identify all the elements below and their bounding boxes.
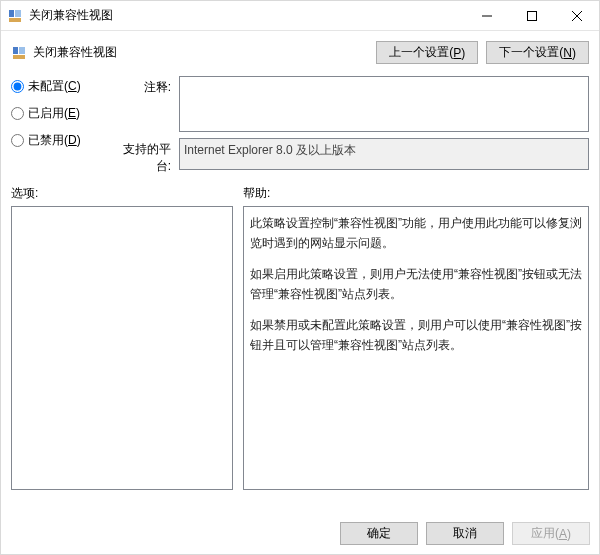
options-pane[interactable] (11, 206, 233, 490)
policy-icon (11, 45, 27, 61)
platform-label: 支持的平台: (111, 138, 171, 175)
help-paragraph: 如果禁用或未配置此策略设置，则用户可以使用“兼容性视图”按钮并且可以管理“兼容性… (250, 315, 582, 356)
help-column: 帮助: 此策略设置控制“兼容性视图”功能，用户使用此功能可以修复浏览时遇到的网站… (243, 185, 589, 490)
platform-field: 支持的平台: (111, 138, 589, 175)
nav-buttons: 上一个设置(P) 下一个设置(N) (376, 41, 589, 64)
options-label: 选项: (11, 185, 233, 202)
svg-rect-2 (9, 18, 21, 22)
radio-disabled[interactable]: 已禁用(D) (11, 132, 111, 149)
previous-setting-button[interactable]: 上一个设置(P) (376, 41, 478, 64)
svg-rect-1 (15, 10, 21, 17)
state-radio-group: 未配置(C) 已启用(E) 已禁用(D) (11, 76, 111, 175)
close-button[interactable] (554, 1, 599, 30)
help-paragraph: 如果启用此策略设置，则用户无法使用“兼容性视图”按钮或无法管理“兼容性视图”站点… (250, 264, 582, 305)
radio-disabled-input[interactable] (11, 134, 24, 147)
ok-button[interactable]: 确定 (340, 522, 418, 545)
options-column: 选项: (11, 185, 233, 490)
radio-not-configured-input[interactable] (11, 80, 24, 93)
minimize-button[interactable] (464, 1, 509, 30)
comment-field: 注释: (111, 76, 589, 132)
svg-rect-8 (19, 47, 25, 54)
radio-enabled[interactable]: 已启用(E) (11, 105, 111, 122)
platform-textarea (179, 138, 589, 170)
lower-panes: 选项: 帮助: 此策略设置控制“兼容性视图”功能，用户使用此功能可以修复浏览时遇… (1, 175, 599, 490)
next-setting-button[interactable]: 下一个设置(N) (486, 41, 589, 64)
svg-rect-4 (527, 11, 536, 20)
subheader: 关闭兼容性视图 上一个设置(P) 下一个设置(N) (1, 31, 599, 72)
window-controls (464, 1, 599, 30)
titlebar: 关闭兼容性视图 (1, 1, 599, 31)
help-paragraph: 此策略设置控制“兼容性视图”功能，用户使用此功能可以修复浏览时遇到的网站显示问题… (250, 213, 582, 254)
svg-rect-9 (13, 55, 25, 59)
help-label: 帮助: (243, 185, 589, 202)
comment-label: 注释: (111, 76, 171, 96)
cancel-button[interactable]: 取消 (426, 522, 504, 545)
svg-rect-7 (13, 47, 18, 54)
dialog-buttons: 确定 取消 应用(A) (340, 522, 590, 545)
field-column: 注释: 支持的平台: (111, 76, 589, 175)
config-row: 未配置(C) 已启用(E) 已禁用(D) 注释: 支持的平台: (1, 72, 599, 175)
app-icon (7, 8, 23, 24)
apply-button: 应用(A) (512, 522, 590, 545)
help-pane[interactable]: 此策略设置控制“兼容性视图”功能，用户使用此功能可以修复浏览时遇到的网站显示问题… (243, 206, 589, 490)
svg-rect-0 (9, 10, 14, 17)
radio-not-configured[interactable]: 未配置(C) (11, 78, 111, 95)
radio-enabled-input[interactable] (11, 107, 24, 120)
maximize-button[interactable] (509, 1, 554, 30)
window-title: 关闭兼容性视图 (29, 7, 113, 24)
comment-textarea[interactable] (179, 76, 589, 132)
policy-title: 关闭兼容性视图 (33, 44, 117, 61)
